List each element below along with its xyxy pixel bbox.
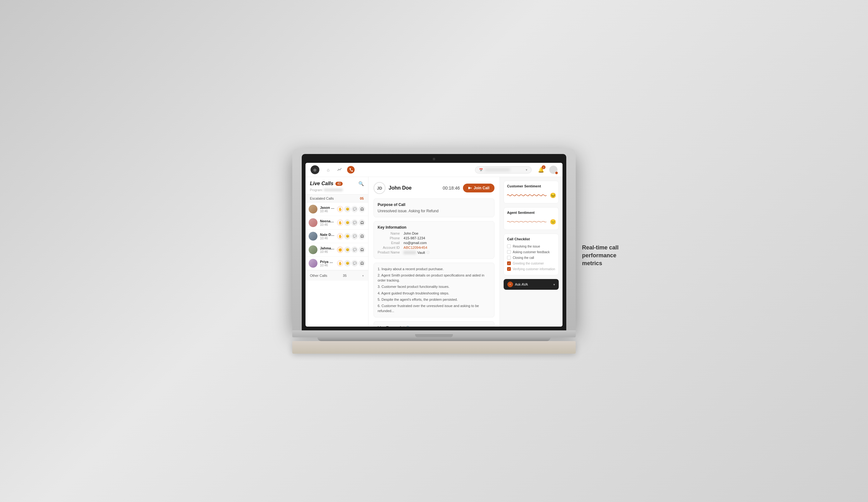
chart-icon[interactable] xyxy=(336,166,343,174)
other-calls-section[interactable]: Other Calls 35 ▾ xyxy=(306,270,368,281)
email-value: no@gmail.com xyxy=(403,241,490,245)
email-label: Email xyxy=(378,241,400,245)
notes-section: 1. Inquiry about a recent product purcha… xyxy=(373,263,495,317)
escalated-title: Escalated Calls xyxy=(310,197,334,200)
promo-text: Real-time call performance metrics xyxy=(582,244,632,268)
key-info-grid: Name John Doe Phone 415-987-1234 Email n… xyxy=(378,231,490,255)
raise-hand-icon[interactable]: ✋ xyxy=(337,206,343,212)
phone-label: Phone xyxy=(378,236,400,240)
emoji-icon[interactable]: 😊 xyxy=(344,260,351,266)
call-item-priya[interactable]: Priya Subra... 10:46 ✋ 😊 💬 🎧 xyxy=(306,257,368,270)
note-4: 4. Agent guided through troubleshooting … xyxy=(378,291,490,296)
ask-ava-chevron: ▾ xyxy=(554,283,555,286)
call-actions-priya: ✋ 😊 💬 🎧 xyxy=(337,260,365,266)
raise-hand-icon[interactable]: ✋ xyxy=(337,220,343,226)
sidebar-search-icon[interactable]: 🔍 xyxy=(359,181,364,186)
chat-icon[interactable]: 💬 xyxy=(351,206,358,212)
checkbox-greeting[interactable]: ✓ xyxy=(507,261,511,265)
checklist-item-resolving: Resolving the issue xyxy=(507,243,555,249)
checkbox-resolving[interactable] xyxy=(507,244,511,248)
headset-icon[interactable]: 🎧 xyxy=(359,206,365,212)
agent-sentiment-chart: 😐 xyxy=(507,217,555,227)
purpose-title: Purpose of Call xyxy=(378,202,490,207)
name-label: Name xyxy=(378,231,400,235)
chat-icon[interactable]: 💬 xyxy=(351,220,358,226)
call-item-nate[interactable]: Nate Daven... 10:46 ✋ 😊 💬 🎧 xyxy=(306,230,368,243)
headset-icon[interactable]: 🎧 xyxy=(359,220,365,226)
checklist-section: Call Checklist Resolving the issue Askin… xyxy=(504,234,559,275)
laptop-camera xyxy=(433,158,435,160)
emoji-icon[interactable]: 😊 xyxy=(344,247,351,253)
user-initials: JD xyxy=(373,182,385,194)
headset-icon[interactable]: 🎧 xyxy=(359,247,365,253)
account-label: Account ID xyxy=(378,245,400,249)
top-nav: ◎ ⌂ xyxy=(306,163,562,177)
nav-icons: ⌂ xyxy=(324,166,355,174)
live-calls-title: Live Calls xyxy=(310,181,333,186)
key-info-title: Key Information xyxy=(378,225,490,230)
checkbox-verifying[interactable]: ✓ xyxy=(507,267,511,271)
phone-icon[interactable] xyxy=(347,166,355,174)
chevron-down-icon: ▾ xyxy=(362,274,364,278)
customer-sentiment-section: Customer Sentiment 😣 xyxy=(504,181,559,203)
agent-sentiment-icon: 😐 xyxy=(550,219,556,225)
laptop-base xyxy=(292,330,576,337)
headset-icon[interactable]: 🎧 xyxy=(359,233,365,239)
note-2: 2. Agent Smith provided details on produ… xyxy=(378,273,490,283)
home-icon[interactable]: ⌂ xyxy=(324,166,332,174)
notifications-button[interactable]: 🔔 2 xyxy=(537,165,546,174)
call-item-jason[interactable]: Jason Welsh 10:46 ✋ 😊 💬 🎧 xyxy=(306,202,368,216)
transcript-search-icon[interactable]: 🔍 xyxy=(406,326,411,327)
raise-hand-icon[interactable]: ✋ xyxy=(337,233,343,239)
headset-icon[interactable]: 🎧 xyxy=(359,260,365,266)
agent-sentiment-title: Agent Sentiment xyxy=(507,211,555,215)
checklist-item-feedback: Asking customer feedback xyxy=(507,249,555,255)
emoji-icon[interactable]: 😊 xyxy=(344,206,351,212)
product-label: Product Name xyxy=(378,250,400,255)
name-value: John Doe xyxy=(403,231,490,235)
call-item-jahmal[interactable]: Jahmal Attari 10:46 ✊ 😊 💬 🎧 xyxy=(306,243,368,257)
checklist-item-closing: Closing the call xyxy=(507,255,555,260)
call-item-neenah[interactable]: Neenah Dunn 10:46 ✋ 😊 💬 🎧 xyxy=(306,216,368,230)
right-panel: Customer Sentiment 😣 Agent xyxy=(499,177,562,327)
chat-icon[interactable]: 💬 xyxy=(351,233,358,239)
program-search[interactable]: 📅 ▾ xyxy=(475,166,531,174)
emoji-icon[interactable]: 😊 xyxy=(344,220,351,226)
nav-logo: ◎ xyxy=(311,165,319,174)
purpose-text: Unresolved issue. Asking for Refund xyxy=(378,209,490,213)
checkbox-closing[interactable] xyxy=(507,256,511,260)
detail-header: JD John Doe 00:18:46 Join Call xyxy=(373,182,495,194)
caller-avatar-jahmal xyxy=(309,245,318,254)
svg-point-0 xyxy=(471,188,472,189)
transcript-chevron: ▾ xyxy=(488,325,490,327)
raise-hand-icon-jahmal[interactable]: ✊ xyxy=(337,247,343,253)
user-name: John Doe xyxy=(389,185,440,191)
call-actions-jason: ✋ 😊 💬 🎧 xyxy=(337,206,365,212)
customer-sentiment-icon: 😣 xyxy=(550,192,556,198)
escalated-count: 05 xyxy=(360,197,364,200)
caller-info-jason: Jason Welsh 10:46 xyxy=(320,206,334,213)
caller-info-jahmal: Jahmal Attari 10:46 xyxy=(320,246,334,253)
program-label: Program: xyxy=(306,188,368,194)
account-value: ABC12094r454 xyxy=(403,245,490,249)
note-5: 5. Despite the agent's efforts, the prob… xyxy=(378,297,490,302)
ask-ava-bar[interactable]: + Ask AVA ▾ xyxy=(504,279,559,290)
ask-ava-icon: + xyxy=(507,282,513,287)
checkbox-feedback[interactable] xyxy=(507,250,511,254)
call-actions-nate: ✋ 😊 💬 🎧 xyxy=(337,233,365,239)
checklist-item-verifying: ✓ Verifying customer information xyxy=(507,266,555,272)
user-avatar[interactable] xyxy=(549,166,557,174)
note-3: 3. Customer faced product functionality … xyxy=(378,284,490,289)
raise-hand-icon-priya[interactable]: ✋ xyxy=(337,260,343,266)
transcript-title: Live Transcript 🔍 xyxy=(378,326,411,327)
chat-icon[interactable]: 💬 xyxy=(351,247,358,253)
customer-sentiment-title: Customer Sentiment xyxy=(507,184,555,188)
join-call-button[interactable]: Join Call xyxy=(463,184,495,192)
chat-icon[interactable]: 💬 xyxy=(351,260,358,266)
caller-avatar-neenah xyxy=(309,218,318,227)
transcript-section[interactable]: Live Transcript 🔍 ▾ xyxy=(373,321,495,327)
emoji-icon[interactable]: 😊 xyxy=(344,233,351,239)
nav-right: 🔔 2 xyxy=(537,165,557,174)
key-info-section: Key Information Name John Doe Phone 415-… xyxy=(373,221,495,259)
sidebar: Live Calls 40 🔍 Program: Escalated Cal xyxy=(306,177,369,327)
